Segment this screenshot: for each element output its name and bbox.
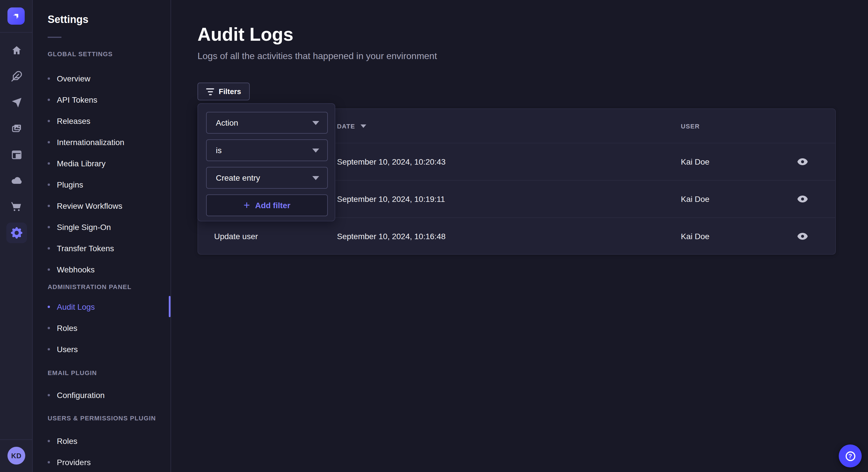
bullet-icon — [48, 268, 50, 270]
settings-gear-icon[interactable] — [0, 220, 33, 246]
sidebar-item-label: Roles — [57, 323, 78, 332]
strapi-admin-app: KD Settings GLOBAL SETTINGS Overview API… — [0, 0, 868, 472]
sidebar-item-label: Overview — [57, 74, 90, 83]
section-label-global-settings: GLOBAL SETTINGS — [48, 50, 170, 59]
filters-popover: Action is Create entry + Add filter — [197, 103, 335, 222]
section-label-email-plugin: EMAIL PLUGIN — [48, 369, 170, 377]
sidebar-item-review-workflows[interactable]: Review Workflows — [33, 195, 170, 216]
paper-plane-icon[interactable] — [0, 90, 33, 115]
filters-button[interactable]: Filters — [197, 82, 250, 100]
section-label-administration-panel: ADMINISTRATION PANEL — [48, 283, 170, 291]
bullet-icon — [48, 77, 50, 79]
sidebar-item-label: Review Workflows — [57, 201, 122, 210]
home-icon[interactable] — [0, 37, 33, 63]
page-title: Audit Logs — [197, 24, 868, 45]
filter-field-select[interactable]: Action — [206, 112, 328, 134]
question-mark-icon: ? — [845, 451, 855, 461]
sidebar-item-plugins[interactable]: Plugins — [33, 174, 170, 195]
avatar[interactable]: KD — [7, 447, 25, 465]
view-details-button[interactable] — [795, 231, 810, 242]
feather-icon[interactable] — [0, 63, 33, 90]
strapi-logo-icon — [11, 11, 21, 21]
global-settings-list: Overview API Tokens Releases Internation… — [33, 68, 170, 280]
section-label-users-permissions-plugin: USERS & PERMISSIONS PLUGIN — [48, 415, 170, 423]
settings-sidebar: Settings GLOBAL SETTINGS Overview API To… — [33, 0, 171, 472]
sidebar-item-admin-roles[interactable]: Roles — [33, 317, 170, 338]
cell-date: September 10, 2024, 10:16:48 — [337, 232, 681, 241]
media-images-icon[interactable] — [0, 115, 33, 142]
bullet-icon — [48, 226, 50, 228]
sidebar-item-label: Audit Logs — [57, 302, 95, 311]
cloud-icon[interactable] — [0, 168, 33, 194]
sidebar-item-media-library[interactable]: Media Library — [33, 153, 170, 174]
filter-icon — [206, 88, 214, 95]
sidebar-item-overview[interactable]: Overview — [33, 68, 170, 89]
sidebar-item-label: Media Library — [57, 159, 105, 168]
bullet-icon — [48, 183, 50, 186]
bullet-icon — [48, 327, 50, 329]
sidebar-item-audit-logs[interactable]: Audit Logs — [33, 296, 170, 317]
sidebar-item-up-roles[interactable]: Roles — [33, 430, 170, 451]
view-details-button[interactable] — [795, 193, 810, 205]
bullet-icon — [48, 120, 50, 122]
bullet-icon — [48, 305, 50, 308]
header-date-label: DATE — [337, 123, 355, 129]
bullet-icon — [48, 440, 50, 442]
sidebar-item-transfer-tokens[interactable]: Transfer Tokens — [33, 237, 170, 259]
strapi-logo[interactable] — [7, 7, 25, 25]
view-details-button[interactable] — [795, 156, 810, 167]
rail-bottom-divider — [0, 439, 32, 440]
bullet-icon — [48, 204, 50, 207]
help-button[interactable]: ? — [839, 444, 862, 467]
layout-window-icon[interactable] — [0, 142, 33, 168]
sidebar-item-single-sign-on[interactable]: Single Sign-On — [33, 216, 170, 237]
header-user: USER — [681, 123, 769, 129]
eye-icon — [797, 196, 807, 202]
sidebar-item-admin-users[interactable]: Users — [33, 338, 170, 360]
bullet-icon — [48, 247, 50, 249]
sidebar-item-label: Providers — [57, 458, 91, 467]
chevron-down-icon — [312, 121, 319, 125]
email-plugin-list: Configuration — [33, 384, 170, 405]
cell-date: September 10, 2024, 10:20:43 — [337, 157, 681, 166]
sidebar-item-internationalization[interactable]: Internationalization — [33, 131, 170, 153]
filter-operator-select[interactable]: is — [206, 139, 328, 161]
page-subtitle: Logs of all the activities that happened… — [197, 51, 868, 61]
sidebar-item-webhooks[interactable]: Webhooks — [33, 259, 170, 280]
bullet-icon — [48, 394, 50, 396]
sidebar-item-label: Internationalization — [57, 137, 124, 146]
cell-user: Kai Doe — [681, 232, 769, 241]
cell-user: Kai Doe — [681, 194, 769, 204]
sidebar-item-up-providers[interactable]: Providers — [33, 451, 170, 472]
sidebar-item-email-configuration[interactable]: Configuration — [33, 384, 170, 405]
rail-icon-nav — [0, 37, 33, 246]
administration-panel-list: Audit Logs Roles Users — [33, 296, 170, 360]
bullet-icon — [48, 461, 50, 463]
bullet-icon — [48, 162, 50, 164]
sidebar-item-label: Plugins — [57, 180, 83, 189]
filter-field-value: Action — [216, 118, 238, 127]
cell-user: Kai Doe — [681, 157, 769, 166]
sidebar-item-label: Transfer Tokens — [57, 243, 114, 252]
sort-descending-icon — [360, 124, 366, 128]
rail-divider — [0, 32, 32, 33]
sidebar-title-divider — [48, 37, 61, 38]
sidebar-item-label: Configuration — [57, 390, 105, 400]
eye-icon — [797, 158, 807, 165]
header-date-sort[interactable]: DATE — [337, 123, 681, 129]
settings-active-highlight — [6, 223, 27, 243]
chevron-down-icon — [312, 176, 319, 180]
active-item-indicator — [169, 296, 170, 317]
sidebar-item-api-tokens[interactable]: API Tokens — [33, 89, 170, 110]
main-content: Audit Logs Logs of all the activities th… — [171, 0, 868, 472]
add-filter-button[interactable]: + Add filter — [206, 194, 328, 216]
filter-value-select[interactable]: Create entry — [206, 167, 328, 189]
sidebar-item-label: Single Sign-On — [57, 222, 111, 231]
filter-operator-value: is — [216, 146, 222, 155]
table-row[interactable]: Update user September 10, 2024, 10:16:48… — [198, 217, 835, 255]
add-filter-label: Add filter — [255, 201, 290, 210]
sidebar-item-label: API Tokens — [57, 95, 97, 104]
sidebar-item-releases[interactable]: Releases — [33, 110, 170, 131]
shopping-cart-icon[interactable] — [0, 194, 33, 220]
bullet-icon — [48, 141, 50, 143]
